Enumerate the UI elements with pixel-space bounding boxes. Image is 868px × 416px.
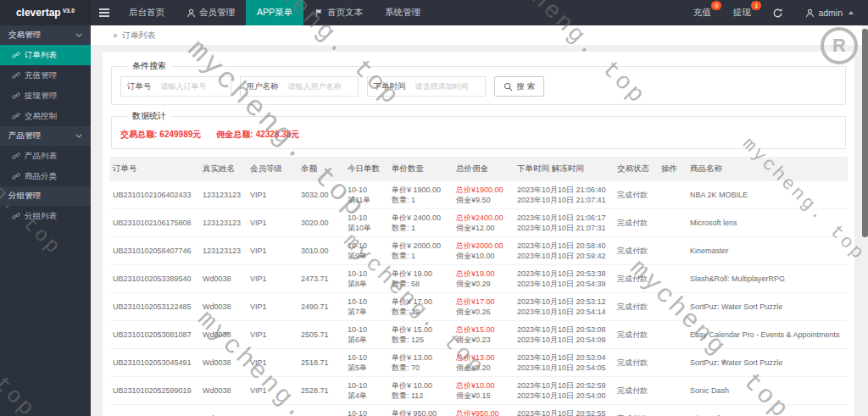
trade-total-label: 交易总额: (120, 129, 157, 141)
link-icon (12, 51, 20, 59)
table-row: UB2310102106402433 123123123 VIP1 3032.0… (109, 181, 848, 209)
admin-dropdown[interactable]: admin (794, 0, 865, 25)
cell-real-name: Wd0038 (203, 358, 231, 367)
username-input[interactable] (285, 77, 358, 96)
cell-vip-level: VIP1 (250, 302, 267, 311)
search-legend: 条件搜索 (127, 60, 171, 72)
order-list-card: 条件搜索 订单号 用户名称 下单时间 搜 索 (103, 52, 854, 416)
nav-item-home-text[interactable]: 首页文本 (303, 0, 374, 25)
cell-unfreeze-time: 2023年10月10日 21:07:41 (517, 195, 610, 205)
stats-fieldset: 数据统计 交易总额:6249989元 佣金总额:42328.38元 (111, 110, 846, 149)
cell-vip-level: VIP1 (250, 330, 267, 339)
cell-seq: 第10单 (348, 223, 385, 233)
order-no-label: 订单号 (121, 77, 158, 96)
link-icon (12, 71, 20, 80)
cell-date: 10-10 (348, 324, 385, 335)
nav-item-backend-home[interactable]: 后台首页 (118, 0, 175, 25)
sidebar-item-goods-category[interactable]: 商品分类 (0, 166, 91, 186)
group-title: 交易管理 (8, 30, 41, 41)
cell-real-name: Wd0038 (203, 330, 231, 339)
order-no-input[interactable] (158, 77, 231, 96)
cell-seq: 第7单 (348, 307, 385, 317)
sidebar-group-product[interactable]: 产品管理 (0, 126, 91, 146)
cell-date: 10-10 (348, 269, 385, 279)
search-button-label: 搜 索 (517, 81, 536, 92)
col-header-daily-orders: 今日单数 (344, 157, 388, 181)
cell-balance: 2518.71 (301, 358, 329, 367)
cell-unit-price: 单价¥ 2000.00 (392, 241, 449, 251)
cell-status: 完成付款 (617, 330, 648, 339)
cell-order-time: 2023年10月10日 21:06:40 (517, 185, 610, 195)
username-field-group: 用户名称 (240, 76, 359, 97)
commission-total-value: 42328.38元 (256, 129, 300, 141)
cell-balance: 2505.71 (301, 330, 329, 339)
cell-actions (658, 209, 687, 237)
cell-status: 完成付款 (617, 358, 648, 367)
col-header-total-commission: 总价佣金 (453, 157, 514, 181)
withdraw-button[interactable]: 提现 1 (721, 0, 761, 25)
app-logo[interactable]: clevertapV3.0 (0, 0, 91, 25)
cell-date: 10-10 (348, 380, 385, 391)
sidebar: 交易管理 订单列表 充值管理 提现管理 交易控制 产品管理 产品列表 商品分类 … (0, 25, 91, 416)
cell-product: Easy Calendar Pro - Events & Appointment… (690, 330, 840, 339)
group-title: 分组管理 (8, 191, 41, 202)
admin-username: admin (818, 8, 843, 18)
nav-item-app-menu[interactable]: APP菜单 (246, 0, 303, 25)
sidebar-item-withdraw-management[interactable]: 提现管理 (0, 86, 91, 106)
table-row: UB2310102053122485 Wd0038 VIP1 2490.71 1… (109, 293, 848, 321)
recharge-badge: 0 (711, 1, 721, 10)
cell-unit-price: 单价¥ 1900.00 (392, 185, 449, 195)
sidebar-item-recharge-management[interactable]: 充值管理 (0, 65, 91, 86)
order-time-label: 下单时间 (368, 77, 412, 96)
cell-quantity: 数量: 29 (392, 307, 449, 317)
cell-vip-level: VIP1 (250, 247, 267, 255)
cell-actions (658, 349, 687, 377)
sidebar-item-label: 产品列表 (25, 151, 57, 162)
cell-real-name: Wd0038 (203, 275, 231, 283)
cell-commission: 佣金¥0.29 (456, 279, 510, 289)
recharge-button[interactable]: 充值 0 (682, 0, 721, 25)
cell-status: 完成付款 (617, 302, 648, 311)
cell-commission: 佣金¥0.15 (456, 391, 510, 401)
sidebar-item-product-list[interactable]: 产品列表 (0, 146, 91, 166)
group-title: 产品管理 (8, 130, 41, 141)
cell-order-no: UB2310102053122485 (113, 302, 192, 311)
cell-total-price: 总价¥10.00 (456, 380, 510, 391)
cell-actions (658, 293, 687, 321)
cell-date: 10-10 (348, 241, 385, 251)
col-header-balance: 余额 (298, 157, 344, 181)
cell-vip-level: VIP1 (250, 219, 267, 227)
cell-real-name: 123123123 (203, 219, 241, 227)
sidebar-group-trade[interactable]: 交易管理 (0, 25, 91, 45)
order-time-field-group: 下单时间 (367, 76, 486, 97)
order-time-input[interactable] (412, 77, 485, 96)
nav-item-member-management[interactable]: 会员管理 (175, 0, 246, 25)
chevron-down-icon (75, 134, 82, 138)
table-row: UB2310102052555276 Wd0038 VIP1 2523.96 1… (109, 405, 848, 416)
cell-balance: 2528.71 (301, 386, 329, 395)
flag-icon (314, 8, 324, 18)
person-icon (186, 8, 196, 18)
table-row: UB2310102053081087 Wd0038 VIP1 2505.71 1… (109, 321, 848, 349)
cell-unit-price: 单价¥ 950.00 (392, 408, 449, 416)
cell-commission: 佣金¥0.20 (456, 363, 510, 373)
sidebar-group-grouping[interactable]: 分组管理 (0, 186, 91, 206)
scrollbar-thumb[interactable] (862, 29, 868, 237)
link-icon (12, 92, 20, 100)
cell-commission: 佣金¥10.00 (456, 251, 510, 261)
search-button[interactable]: 搜 索 (494, 76, 545, 97)
cell-unit-price: 单价¥ 15.00 (392, 324, 449, 335)
sidebar-item-trade-control[interactable]: 交易控制 (0, 106, 91, 126)
hamburger-menu-icon[interactable] (91, 0, 118, 25)
cell-unit-price: 单价¥ 19.00 (392, 269, 449, 279)
search-icon (504, 82, 513, 92)
cell-vip-level: VIP1 (250, 358, 267, 367)
nav-item-system-management[interactable]: 系统管理 (374, 0, 431, 25)
sidebar-item-label: 交易控制 (25, 111, 57, 122)
refresh-button[interactable] (761, 0, 794, 25)
sidebar-item-group-list[interactable]: 分组列表 (0, 206, 91, 226)
cell-unit-price: 单价¥ 10.00 (392, 380, 449, 391)
cell-actions (658, 181, 687, 209)
sidebar-item-order-list[interactable]: 订单列表 (0, 45, 91, 65)
sidebar-item-label: 提现管理 (25, 91, 57, 102)
